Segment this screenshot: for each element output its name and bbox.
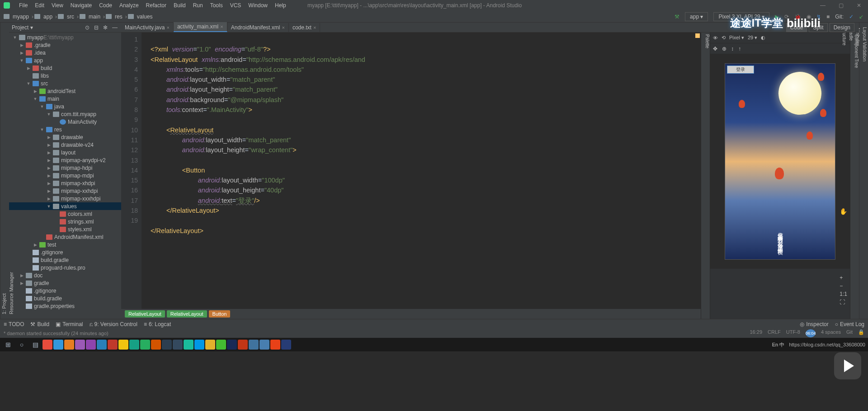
api-level[interactable]: 29 ▾ xyxy=(748,35,757,41)
tree-node-mainactivity[interactable]: MainActivity xyxy=(9,118,121,126)
project-view-selector[interactable]: Project ▾ xyxy=(12,24,82,31)
app-icon[interactable] xyxy=(238,340,248,350)
tree-node-mipmap-xxhdpi[interactable]: mipmap-xxhdpi xyxy=(9,187,121,195)
menu-build[interactable]: Build xyxy=(170,2,189,9)
tab-codetxt[interactable]: code.txt× xyxy=(289,23,320,32)
tree-arrow-icon[interactable] xyxy=(40,127,44,132)
gutter-attributes[interactable]: Attributes xyxy=(854,25,861,316)
app-icon[interactable] xyxy=(75,340,85,350)
app-icon[interactable] xyxy=(216,340,226,350)
tree-node-gradle[interactable]: gradle xyxy=(9,279,121,287)
tree-node-build-gradle[interactable]: build.gradle xyxy=(9,256,121,264)
crumb-myapp[interactable]: myapp xyxy=(11,14,31,20)
close-icon[interactable]: × xyxy=(313,25,316,30)
app-icon[interactable] xyxy=(281,340,291,350)
close-icon[interactable]: × xyxy=(220,24,223,29)
tool-build[interactable]: ⚒ Build xyxy=(30,321,49,327)
crumb-app[interactable]: app xyxy=(42,14,54,20)
tree-arrow-icon[interactable] xyxy=(47,189,51,193)
app-icon[interactable] xyxy=(64,340,74,350)
tree-node-res[interactable]: res xyxy=(9,126,121,133)
gutter-project[interactable]: 1: Project xyxy=(0,25,8,316)
tree-node-test[interactable]: test xyxy=(9,241,121,248)
app-icon[interactable] xyxy=(259,340,269,350)
menu-edit[interactable]: Edit xyxy=(31,2,48,9)
tree-node-build[interactable]: build xyxy=(9,64,121,72)
tree-node-gradle-properties[interactable]: gradle.properties xyxy=(9,302,121,310)
tree-arrow-icon[interactable] xyxy=(26,66,31,70)
encoding[interactable]: UTF-8 xyxy=(786,329,800,337)
close-icon[interactable]: × xyxy=(282,25,284,30)
tab-mainactivity[interactable]: MainActivity.java× xyxy=(121,23,174,32)
play-button-overlay[interactable] xyxy=(834,352,861,379)
tree-node--gitignore[interactable]: .gitignore xyxy=(9,287,121,294)
orientation-icon[interactable]: ⟲ xyxy=(722,35,726,41)
menu-help[interactable]: Help xyxy=(271,2,290,9)
tree-arrow-icon[interactable] xyxy=(19,281,24,285)
crumb-values[interactable]: values xyxy=(135,14,155,20)
app-icon[interactable] xyxy=(184,340,193,350)
menu-view[interactable]: View xyxy=(48,2,67,9)
tree-node-libs[interactable]: libs xyxy=(9,72,121,79)
tree-arrow-icon[interactable] xyxy=(19,51,24,55)
tree-node-main[interactable]: main xyxy=(9,95,121,103)
run-config-selector[interactable]: app ▾ xyxy=(685,12,708,21)
hand-icon[interactable]: ✋ xyxy=(840,208,847,215)
tree-node-mipmap-hdpi[interactable]: mipmap-hdpi xyxy=(9,164,121,172)
pan-icon[interactable]: ✥ xyxy=(713,46,717,52)
app-icon[interactable] xyxy=(194,340,204,350)
indent[interactable]: 4 spaces xyxy=(821,329,841,337)
tree-node-mipmap-anydpi-v2[interactable]: mipmap-anydpi-v2 xyxy=(9,156,121,164)
settings-icon[interactable]: ✻ xyxy=(103,24,109,31)
tab-manifest[interactable]: AndroidManifest.xml× xyxy=(227,23,289,32)
project-tree[interactable]: myapp E:\ttit\myapp.gradle.ideaappbuildl… xyxy=(9,33,121,319)
collapse-icon[interactable]: ⊟ xyxy=(94,24,100,31)
gutter-resource-manager[interactable]: Resource Manager xyxy=(8,25,15,316)
tree-node-colors-xml[interactable]: colors.xml xyxy=(9,210,121,218)
menu-navigate[interactable]: Navigate xyxy=(67,2,95,9)
git-branch[interactable]: Git xyxy=(846,329,853,337)
vcs-update-icon[interactable]: ✓ xyxy=(849,14,854,20)
menu-code[interactable]: Code xyxy=(95,2,116,9)
menu-analyze[interactable]: Analyze xyxy=(116,2,142,9)
menu-file[interactable]: File xyxy=(15,2,31,9)
menu-tools[interactable]: Tools xyxy=(207,2,226,9)
ime-indicator[interactable]: En 中 xyxy=(772,341,785,348)
menu-refactor[interactable]: Refactor xyxy=(142,2,170,9)
tree-node--gitignore[interactable]: .gitignore xyxy=(9,248,121,256)
tree-arrow-icon[interactable] xyxy=(33,243,38,247)
tool-todo[interactable]: ≡ TODO xyxy=(4,321,24,327)
tree-node-values[interactable]: values xyxy=(9,202,121,210)
close-icon[interactable]: ✕ xyxy=(850,2,868,9)
tree-node-androidmanifest-xml[interactable]: AndroidManifest.xml xyxy=(9,233,121,241)
app-icon[interactable] xyxy=(270,340,280,350)
bc-relativelayout-2[interactable]: RelativeLayout xyxy=(167,310,207,318)
tab-activity-main[interactable]: activity_main.xml× xyxy=(174,22,227,32)
tree-node-androidtest[interactable]: androidTest xyxy=(9,87,121,95)
tree-node--idea[interactable]: .idea xyxy=(9,49,121,56)
tree-arrow-icon[interactable] xyxy=(47,181,51,186)
tree-node-app[interactable]: app xyxy=(9,56,121,64)
search-icon[interactable]: ○ xyxy=(15,339,28,350)
view-design[interactable]: Design xyxy=(830,23,854,32)
tree-node-mipmap-xxxhdpi[interactable]: mipmap-xxxhdpi xyxy=(9,195,121,202)
stop-icon[interactable]: ■ xyxy=(826,14,830,20)
tree-arrow-icon[interactable] xyxy=(33,97,38,101)
hammer-icon[interactable]: ⚒ xyxy=(675,14,679,20)
zoom-out-icon[interactable]: − xyxy=(840,283,847,289)
zoom-fit-icon[interactable]: 1:1 xyxy=(840,291,847,297)
app-icon[interactable] xyxy=(162,340,172,350)
tree-node-src[interactable]: src xyxy=(9,79,121,87)
tree-arrow-icon[interactable] xyxy=(47,112,51,117)
bc-button[interactable]: Button xyxy=(209,310,231,318)
tree-node-strings-xml[interactable]: strings.xml xyxy=(9,218,121,225)
rotate-icon[interactable]: ↕ xyxy=(731,46,734,52)
more-icon[interactable]: ↑ xyxy=(738,46,741,52)
tree-arrow-icon[interactable] xyxy=(47,143,51,147)
tree-node-build-gradle[interactable]: build.gradle xyxy=(9,294,121,302)
app-icon[interactable] xyxy=(173,340,183,350)
app-icon[interactable] xyxy=(86,340,96,350)
vcs-commit-icon[interactable]: ↙ xyxy=(859,14,863,20)
tree-node-drawable-v24[interactable]: drawable-v24 xyxy=(9,141,121,149)
app-icon[interactable] xyxy=(205,340,215,350)
